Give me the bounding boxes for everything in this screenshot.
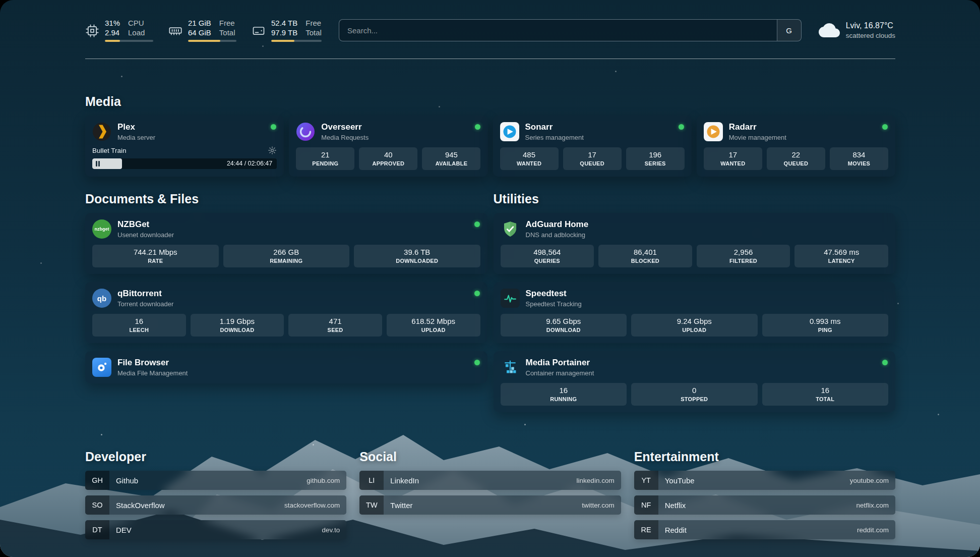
speedtest-icon	[501, 289, 520, 308]
portainer-subtitle: Container management	[526, 369, 594, 377]
disk-total-value: 97.9 TB	[271, 28, 297, 38]
disk-total-label: Total	[305, 28, 322, 38]
disk-stat-body: 52.4 TB 97.9 TB Free Total	[271, 19, 322, 42]
bookmark-netflix[interactable]: NF Netflix netflix.com	[634, 495, 895, 515]
radarr-status-dot	[882, 124, 888, 130]
overseerr-card[interactable]: Overseerr Media Requests 21 PENDING 40 A…	[289, 116, 487, 177]
cpu-chip-icon	[85, 24, 99, 38]
twitter-icon: TW	[359, 495, 384, 515]
radarr-icon	[704, 122, 723, 141]
adguard-card[interactable]: AdGuard Home DNS and adblocking 498,564 …	[494, 213, 896, 274]
stat-remaining: 266 GB REMAINING	[223, 245, 350, 267]
stackoverflow-icon: SO	[85, 495, 109, 515]
stat-leech: 16 LEECH	[92, 314, 186, 337]
cpu-label: CPU	[128, 19, 145, 28]
stat-queued: 22 QUEUED	[767, 147, 825, 170]
ram-free-label: Free	[219, 19, 235, 28]
nzbget-card[interactable]: nzbget NZBGet Usenet downloader 744.21 M…	[85, 213, 487, 274]
cpu-percent: 31%	[105, 19, 120, 28]
stat-ping: 0.993 ms PING	[762, 314, 889, 337]
stat-filtered: 2,956 FILTERED	[697, 245, 790, 267]
bookmark-github[interactable]: GH Github github.com	[85, 471, 346, 490]
overseerr-icon	[296, 122, 315, 141]
radarr-subtitle: Movie management	[729, 134, 786, 141]
bookmark-linkedin[interactable]: LI LinkedIn linkedin.com	[359, 471, 621, 490]
sonarr-subtitle: Series management	[525, 134, 584, 141]
stat-total: 16 TOTAL	[762, 383, 889, 406]
radarr-card[interactable]: Radarr Movie management 17 WANTED 22 QUE…	[697, 116, 895, 177]
filebrowser-card[interactable]: File Browser Media File Management	[85, 351, 487, 383]
plex-title: Plex	[117, 122, 155, 132]
gear-icon[interactable]	[268, 146, 277, 155]
developer-column: Developer GH Github github.com SO StackO…	[85, 434, 346, 545]
search-input[interactable]	[339, 20, 777, 41]
portainer-icon	[501, 358, 520, 377]
github-icon: GH	[85, 471, 109, 490]
snow-specks	[0, 0, 2, 2]
bookmark-dev[interactable]: DT DEV dev.to	[85, 520, 346, 539]
pause-icon[interactable]	[96, 161, 100, 166]
reddit-icon: RE	[634, 520, 658, 539]
section-title-utilities: Utilities	[494, 192, 896, 206]
stat-wanted: 17 WANTED	[704, 147, 762, 170]
cpu-stat: 31% 2.94 CPU Load	[85, 19, 153, 42]
filebrowser-subtitle: Media File Management	[117, 369, 188, 377]
search-bar[interactable]: G	[339, 19, 802, 41]
sonarr-card[interactable]: Sonarr Series management 485 WANTED 17 Q…	[493, 116, 692, 177]
qbittorrent-subtitle: Torrent downloader	[117, 300, 173, 308]
plex-subtitle: Media server	[117, 134, 155, 141]
stat-upload: 9.24 Gbps UPLOAD	[631, 314, 758, 337]
overseerr-subtitle: Media Requests	[321, 134, 369, 141]
disk-free-label: Free	[305, 19, 322, 28]
ram-stat: 21 GiB 64 GiB Free Total	[168, 19, 236, 42]
playback-time: 24:44 / 02:06:47	[227, 160, 272, 167]
stat-movies: 834 MOVIES	[830, 147, 888, 170]
overseerr-title: Overseerr	[321, 122, 369, 132]
stat-queued: 17 QUEUED	[563, 147, 622, 170]
radarr-title: Radarr	[729, 122, 786, 132]
topbar-divider	[85, 59, 895, 59]
stat-downloaded: 39.6 TB DOWNLOADED	[354, 245, 480, 267]
playback-progress-bar[interactable]: 24:44 / 02:06:47	[92, 158, 277, 169]
speedtest-card[interactable]: Speedtest Speedtest Tracking 9.65 Gbps D…	[494, 282, 896, 343]
section-title-documents: Documents & Files	[85, 192, 487, 206]
cpu-load-label: Load	[128, 28, 145, 38]
portainer-card[interactable]: Media Portainer Container management 16 …	[494, 351, 896, 412]
linkedin-icon: LI	[359, 471, 384, 490]
portainer-title: Media Portainer	[526, 358, 594, 368]
weather-widget: Lviv, 16.87°C scattered clouds	[819, 20, 895, 41]
qbittorrent-icon: qb	[92, 289, 111, 308]
bookmark-youtube[interactable]: YT YouTube youtube.com	[634, 471, 895, 490]
nzbget-subtitle: Usenet downloader	[117, 231, 174, 239]
stat-rate: 744.21 Mbps RATE	[92, 245, 219, 267]
stat-series: 196 SERIES	[626, 147, 685, 170]
search-engine-button[interactable]: G	[777, 20, 801, 41]
ram-free-value: 21 GiB	[188, 19, 211, 28]
stat-upload: 618.52 Mbps UPLOAD	[387, 314, 480, 337]
weather-condition: scattered clouds	[846, 31, 895, 40]
stat-latency: 47.569 ms LATENCY	[794, 245, 888, 267]
stat-blocked: 86,401 BLOCKED	[598, 245, 692, 267]
adguard-subtitle: DNS and adblocking	[526, 231, 589, 239]
weather-location: Lviv, 16.87°C	[846, 21, 895, 31]
cloud-icon	[819, 20, 840, 41]
bookmark-twitter[interactable]: TW Twitter twitter.com	[359, 495, 621, 515]
section-title-entertainment: Entertainment	[634, 450, 895, 464]
bookmark-stackoverflow[interactable]: SO StackOverflow stackoverflow.com	[85, 495, 346, 515]
cpu-usage-bar	[105, 40, 153, 42]
ram-total-label: Total	[219, 28, 235, 38]
stat-running: 16 RUNNING	[501, 383, 627, 406]
stat-approved: 40 APPROVED	[359, 147, 417, 170]
disk-usage-bar	[271, 40, 322, 42]
netflix-icon: NF	[634, 495, 658, 515]
stat-queries: 498,564 QUERIES	[501, 245, 594, 267]
plex-card[interactable]: Plex Media server Bullet Train 24:44 / 0…	[85, 116, 284, 177]
ram-icon	[168, 24, 182, 38]
main-columns: Documents & Files nzbget NZBGet Usenet d…	[85, 177, 895, 412]
sonarr-icon	[500, 122, 519, 141]
ram-total-value: 64 GiB	[188, 28, 211, 38]
qbittorrent-card[interactable]: qb qBittorrent Torrent downloader 16	[85, 282, 487, 343]
bookmark-reddit[interactable]: RE Reddit reddit.com	[634, 520, 895, 539]
filebrowser-title: File Browser	[117, 358, 188, 368]
stat-stopped: 0 STOPPED	[631, 383, 758, 406]
